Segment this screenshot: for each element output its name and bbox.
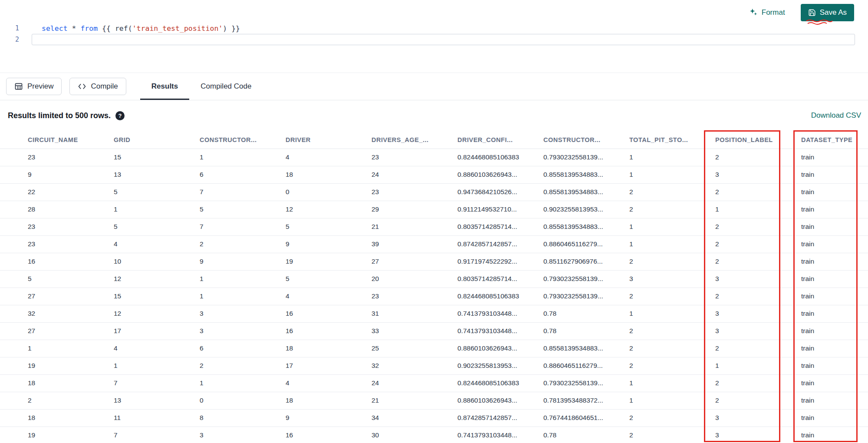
results-table-container[interactable]: CIRCUIT_NAMEGRIDCONSTRUCTOR...DRIVERDRIV… — [0, 131, 868, 443]
table-cell: 19 — [286, 253, 372, 270]
results-table: CIRCUIT_NAMEGRIDCONSTRUCTOR...DRIVERDRIV… — [0, 131, 868, 443]
table-cell: 2 — [0, 392, 114, 409]
table-cell: 0.7930232558139... — [543, 270, 629, 288]
table-row: 213018210.8860103626943...0.781395348837… — [0, 392, 868, 409]
format-button[interactable]: Format — [746, 7, 788, 17]
sql-keyword-select: select — [42, 24, 68, 33]
sql-string-token: 'train_test_position' — [132, 24, 223, 33]
sql-editor[interactable]: 1 2 select * from {{ ref('train_test_pos… — [0, 0, 868, 73]
table-row: 18714240.8244680851063830.7930232558139.… — [0, 374, 868, 392]
table-cell: 23 — [372, 288, 457, 305]
compile-button[interactable]: Compile — [69, 78, 126, 95]
format-label: Format — [762, 8, 785, 17]
results-table-body: 231514230.8244680851063830.7930232558139… — [0, 149, 868, 443]
table-cell: 29 — [372, 201, 457, 218]
table-cell: 0.7930232558139... — [543, 374, 629, 392]
table-cell: 16 — [286, 426, 372, 443]
tab-results[interactable]: Results — [140, 73, 189, 100]
column-header-position-label: POSITION_LABEL — [715, 131, 801, 149]
table-cell: 33 — [372, 322, 457, 340]
table-cell: 1 — [629, 235, 715, 253]
table-cell: 2 — [715, 183, 801, 201]
table-row: 271514230.8244680851063830.7930232558139… — [0, 288, 868, 305]
table-cell: 2 — [715, 340, 801, 357]
table-cell: 0.9112149532710... — [457, 201, 543, 218]
table-row: 22570230.9473684210526...0.8558139534883… — [0, 183, 868, 201]
table-cell: 1 — [629, 392, 715, 409]
table-cell: 0.7930232558139... — [543, 149, 629, 166]
table-cell: train — [801, 270, 868, 288]
help-icon[interactable]: ? — [115, 111, 125, 120]
table-cell: 11 — [114, 409, 200, 426]
table-row: 231514230.8244680851063830.7930232558139… — [0, 149, 868, 166]
table-cell: 18 — [0, 374, 114, 392]
table-cell: 1 — [200, 374, 286, 392]
table-cell: 3 — [715, 270, 801, 288]
table-cell: 18 — [286, 340, 372, 357]
table-cell: 2 — [629, 409, 715, 426]
table-cell: 1 — [629, 149, 715, 166]
table-cell: 0.8511627906976... — [543, 253, 629, 270]
table-row: 1610919270.9171974522292...0.85116279069… — [0, 253, 868, 270]
column-header-driver: DRIVER — [286, 131, 372, 149]
table-cell: 2 — [629, 340, 715, 357]
table-cell: 1 — [629, 305, 715, 322]
tab-compiled-code-label: Compiled Code — [201, 82, 251, 91]
table-cell: 0 — [286, 183, 372, 201]
table-cell: train — [801, 218, 868, 235]
table-cell: 12 — [286, 201, 372, 218]
table-cell: 2 — [629, 253, 715, 270]
table-cell: 5 — [200, 201, 286, 218]
table-cell: 0.8860465116279... — [543, 235, 629, 253]
table-cell: 0.8860103626943... — [457, 340, 543, 357]
table-row: 913618240.8860103626943...0.855813953488… — [0, 166, 868, 183]
table-cell: 2 — [715, 253, 801, 270]
table-cell: 24 — [372, 166, 457, 183]
table-cell: 7 — [200, 183, 286, 201]
table-cell: 0.7674418604651... — [543, 409, 629, 426]
column-header-constructor: CONSTRUCTOR... — [543, 131, 629, 149]
table-cell: 2 — [715, 149, 801, 166]
table-cell: 0.78 — [543, 305, 629, 322]
download-csv-link[interactable]: Download CSV — [811, 111, 861, 120]
table-cell: 0.7413793103448... — [457, 322, 543, 340]
table-cell: 1 — [629, 218, 715, 235]
table-cell: train — [801, 374, 868, 392]
sql-star-token: * — [68, 24, 81, 33]
table-cell: 24 — [372, 374, 457, 392]
table-cell: 0.78 — [543, 322, 629, 340]
table-cell: 0.8558139534883... — [543, 166, 629, 183]
table-cell: 5 — [114, 183, 200, 201]
table-cell: 0.8742857142857... — [457, 409, 543, 426]
tab-compiled-code[interactable]: Compiled Code — [189, 73, 263, 100]
table-cell: 22 — [0, 183, 114, 201]
table-cell: 0.8742857142857... — [457, 235, 543, 253]
table-cell: 17 — [286, 357, 372, 374]
table-cell: 0.7413793103448... — [457, 426, 543, 443]
save-as-button[interactable]: Save As — [801, 4, 854, 21]
table-cell: 25 — [372, 340, 457, 357]
table-cell: 12 — [114, 305, 200, 322]
table-cell: 1 — [200, 270, 286, 288]
table-cell: 1 — [629, 166, 715, 183]
table-cell: 0.7413793103448... — [457, 305, 543, 322]
table-cell: 0.8860103626943... — [457, 392, 543, 409]
table-cell: 0.8035714285714... — [457, 270, 543, 288]
active-line-highlight — [32, 34, 855, 45]
table-cell: 0.9171974522292... — [457, 253, 543, 270]
table-cell: 1 — [200, 288, 286, 305]
table-cell: 2 — [715, 218, 801, 235]
table-row: 51215200.8035714285714...0.7930232558139… — [0, 270, 868, 288]
column-header-total-pit-sto: TOTAL_PIT_STO... — [629, 131, 715, 149]
results-meta-bar: Results limited to 500 rows. ? Download … — [0, 100, 868, 131]
help-icon-glyph: ? — [118, 112, 122, 119]
table-cell: train — [801, 253, 868, 270]
table-cell: train — [801, 149, 868, 166]
table-cell: 20 — [372, 270, 457, 288]
table-cell: 5 — [0, 270, 114, 288]
table-row: 197316300.7413793103448...0.7823train — [0, 426, 868, 443]
table-cell: 4 — [114, 235, 200, 253]
preview-button[interactable]: Preview — [6, 78, 62, 95]
table-cell: 0.824468085106383 — [457, 288, 543, 305]
save-icon — [808, 9, 816, 17]
